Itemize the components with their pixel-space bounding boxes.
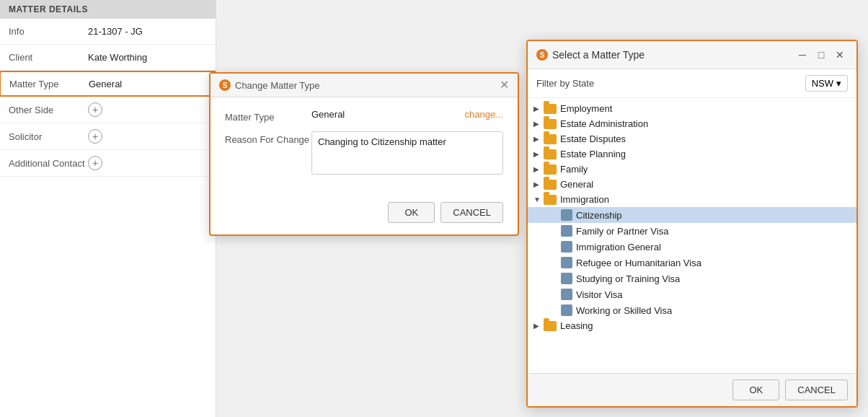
tree-item-label: Studying or Training Visa [576, 273, 680, 284]
select-dialog-logo-icon: S [536, 49, 548, 61]
change-dialog-header: S Change Matter Type ✕ [211, 74, 518, 97]
tree-item[interactable]: Studying or Training Visa [528, 271, 856, 286]
tree-arrow-icon: ▶ [533, 165, 544, 173]
tree-arrow-icon: ▶ [533, 105, 544, 113]
state-dropdown[interactable]: NSW ▾ [805, 75, 848, 92]
tree-item[interactable]: Refugee or Humanitarian Visa [528, 255, 856, 271]
tree-doc-icon [561, 225, 572, 237]
tree-item-label: Citizenship [576, 210, 622, 221]
tree-doc-icon [561, 257, 572, 268]
tree-item-label: Employment [560, 103, 612, 114]
change-matter-type-field-label: Matter Type [225, 109, 311, 123]
tree-arrow-icon: ▶ [533, 180, 544, 188]
tree-item[interactable]: Working or Skilled Visa [528, 302, 856, 318]
additional-contact-add-button[interactable]: + [88, 156, 102, 170]
select-matter-type-dialog: S Select a Matter Type ─ □ ✕ Filter by S… [526, 40, 858, 408]
matter-type-inner: General change... [311, 109, 503, 120]
tree-item[interactable]: ▶Estate Disputes [528, 131, 856, 146]
filter-label: Filter by State [536, 78, 594, 89]
tree-item-label: Estate Administration [560, 118, 648, 129]
client-row: Client Kate Worthing [0, 45, 216, 71]
select-dialog-close-button[interactable]: ✕ [832, 47, 848, 63]
tree-arrow-icon: ▶ [533, 120, 544, 128]
tree-doc-icon [561, 289, 572, 300]
other-side-add-button[interactable]: + [88, 102, 102, 117]
tree-item-label: General [560, 179, 593, 190]
tree-item-label: Family [560, 164, 588, 175]
tree-item[interactable]: ▶Leasing [528, 318, 856, 333]
select-dialog-cancel-button[interactable]: CANCEL [785, 379, 848, 400]
tree-arrow-icon: ▶ [533, 322, 544, 330]
change-matter-type-field-value: General [311, 109, 465, 120]
tree-item-label: Family or Partner Visa [576, 226, 668, 237]
additional-contact-row: Additional Contact + [0, 150, 216, 177]
tree-item[interactable]: ▼Immigration [528, 192, 856, 207]
tree-item[interactable]: ▶Family [528, 162, 856, 177]
other-side-label: Other Side [9, 105, 88, 115]
change-dialog-cancel-button[interactable]: CANCEL [440, 202, 503, 223]
select-dialog-header: S Select a Matter Type ─ □ ✕ [528, 41, 856, 69]
select-dialog-minimize-button[interactable]: ─ [794, 47, 810, 63]
tree-item[interactable]: Citizenship [528, 207, 856, 223]
main-panel: MATTER DETAILS Info 21-1307 - JG Client … [0, 0, 216, 417]
solicitor-label: Solicitor [9, 131, 88, 142]
select-dialog-title: S Select a Matter Type [536, 49, 645, 61]
tree-item-label: Estate Planning [560, 149, 626, 159]
main-panel-header: MATTER DETAILS [0, 0, 216, 19]
change-dialog-buttons: OK CANCEL [211, 195, 518, 234]
tree-item-label: Estate Disputes [560, 133, 626, 144]
tree-item[interactable]: ▶Employment [528, 101, 856, 116]
tree-item-label: Visitor Visa [576, 289, 623, 300]
tree-folder-icon [544, 164, 557, 175]
client-label: Client [9, 52, 88, 63]
change-link[interactable]: change... [465, 109, 504, 120]
select-dialog-maximize-button[interactable]: □ [813, 47, 829, 63]
tree-doc-icon [561, 241, 572, 253]
tree-doc-icon [561, 304, 572, 316]
change-dialog-ok-button[interactable]: OK [388, 202, 435, 223]
tree-item[interactable]: ▶General [528, 177, 856, 192]
tree-item-label: Immigration [560, 194, 609, 205]
info-value: 21-1307 - JG [88, 26, 143, 37]
other-side-row: Other Side + [0, 97, 216, 123]
tree-item-label: Immigration General [576, 242, 661, 253]
select-dialog-ok-button[interactable]: OK [732, 379, 779, 400]
tree-doc-icon [561, 209, 572, 221]
change-dialog-close-button[interactable]: ✕ [500, 79, 509, 91]
tree-item[interactable]: ▶Estate Planning [528, 146, 856, 162]
reason-label: Reason For Change [225, 131, 311, 145]
matter-type-row[interactable]: Matter Type General [0, 71, 216, 97]
tree-arrow-icon: ▶ [533, 150, 544, 158]
select-dialog-controls: ─ □ ✕ [794, 47, 848, 63]
client-value: Kate Worthing [88, 52, 147, 63]
state-dropdown-value: NSW [812, 78, 833, 89]
tree-folder-icon [544, 180, 557, 190]
tree-folder-icon [544, 321, 557, 331]
solicitor-add-button[interactable]: + [88, 129, 102, 144]
tree-container: ▶Employment▶Estate Administration▶Estate… [528, 98, 856, 373]
tree-item[interactable]: ▶Estate Administration [528, 116, 856, 131]
change-dialog-body: Matter Type General change... Reason For… [211, 97, 518, 195]
reason-textarea[interactable] [311, 131, 503, 175]
tree-folder-icon [544, 195, 557, 205]
tree-item-label: Working or Skilled Visa [576, 305, 672, 316]
change-matter-type-field: Matter Type General change... [225, 109, 503, 123]
filter-row: Filter by State NSW ▾ [528, 69, 856, 98]
matter-type-value: General [89, 79, 122, 89]
tree-arrow-icon: ▶ [533, 135, 544, 143]
tree-item[interactable]: Family or Partner Visa [528, 223, 856, 239]
tree-doc-icon [561, 273, 572, 284]
solicitor-row: Solicitor + [0, 123, 216, 150]
tree-arrow-icon: ▼ [533, 196, 544, 203]
change-matter-type-dialog: S Change Matter Type ✕ Matter Type Gener… [209, 72, 519, 236]
state-dropdown-arrow: ▾ [836, 78, 841, 89]
tree-item[interactable]: Immigration General [528, 239, 856, 255]
tree-item[interactable]: Visitor Visa [528, 286, 856, 302]
tree-item-label: Leasing [560, 320, 593, 331]
reason-for-change-field: Reason For Change [225, 131, 503, 175]
tree-folder-icon [544, 149, 557, 159]
info-row: Info 21-1307 - JG [0, 19, 216, 45]
app-logo-icon: S [219, 79, 231, 91]
tree-folder-icon [544, 104, 557, 114]
tree-folder-icon [544, 134, 557, 144]
